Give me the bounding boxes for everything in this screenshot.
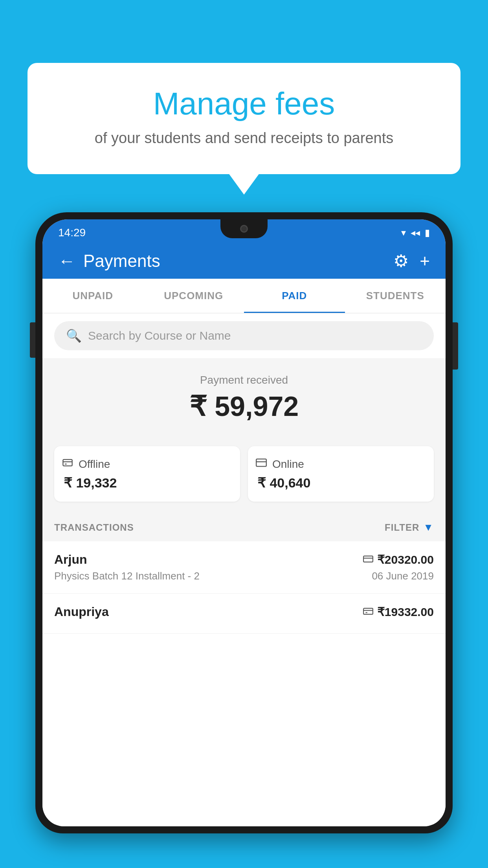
svg-rect-5: [363, 556, 373, 562]
gear-icon[interactable]: ⚙: [393, 251, 409, 271]
filter-icon: ▼: [423, 521, 434, 533]
offline-card-header: Offline: [62, 457, 110, 471]
notch-camera: [240, 225, 248, 233]
payment-label: Payment received: [54, 374, 434, 386]
speech-bubble: Manage fees of your students and send re…: [28, 63, 460, 174]
transactions-header: TRANSACTIONS FILTER ▼: [42, 513, 446, 541]
online-type: Online: [272, 458, 304, 471]
svg-rect-0: [63, 460, 72, 466]
svg-rect-3: [256, 459, 266, 467]
payment-cards: Offline ₹ 19,332 Online ₹ 4: [42, 446, 446, 513]
search-box[interactable]: 🔍 Search by Course or Name: [54, 321, 434, 350]
transactions-label: TRANSACTIONS: [54, 522, 134, 533]
status-icons: ▾ ◂◂ ▮: [401, 227, 430, 238]
wifi-icon: ▾: [401, 227, 406, 238]
notch: [220, 219, 268, 238]
battery-icon: ▮: [425, 227, 430, 238]
transaction-name-anupriya: Anupriya: [54, 605, 109, 619]
header-title: Payments: [83, 251, 160, 271]
offline-card: Offline ₹ 19,332: [54, 446, 240, 502]
search-container: 🔍 Search by Course or Name: [42, 313, 446, 358]
transaction-top-arjun: Arjun ₹20320.00: [54, 552, 434, 567]
filter-label: FILTER: [385, 522, 419, 533]
tabs-bar: UNPAID UPCOMING PAID STUDENTS: [42, 279, 446, 313]
back-button[interactable]: ←: [58, 252, 75, 270]
svg-rect-7: [363, 608, 373, 614]
filter-button[interactable]: FILTER ▼: [385, 521, 434, 533]
online-card: Online ₹ 40,640: [248, 446, 434, 502]
header-left: ← Payments: [58, 251, 160, 271]
transaction-amount-arjun: ₹20320.00: [377, 553, 434, 566]
offline-amount: ₹ 19,332: [62, 475, 117, 491]
bubble-subtitle: of your students and send receipts to pa…: [47, 130, 441, 147]
speech-bubble-container: Manage fees of your students and send re…: [28, 63, 460, 174]
online-icon: [256, 457, 267, 471]
table-row[interactable]: Arjun ₹20320.00 Physics: [42, 541, 446, 594]
payment-amount: ₹ 59,972: [54, 390, 434, 423]
app-header: ← Payments ⚙ +: [42, 243, 446, 279]
online-card-header: Online: [256, 457, 304, 471]
header-right: ⚙ +: [393, 251, 430, 271]
bubble-title: Manage fees: [47, 86, 441, 121]
status-time: 14:29: [58, 226, 86, 239]
payment-section: Payment received ₹ 59,972: [42, 358, 446, 446]
amount-wrapper-arjun: ₹20320.00: [363, 553, 434, 566]
tab-unpaid[interactable]: UNPAID: [42, 279, 143, 313]
tab-upcoming[interactable]: UPCOMING: [143, 279, 244, 313]
transaction-course-arjun: Physics Batch 12 Installment - 2: [54, 570, 200, 582]
transaction-name-arjun: Arjun: [54, 552, 87, 567]
transaction-date-arjun: 06 June 2019: [372, 570, 434, 582]
offline-icon: [62, 457, 73, 471]
transaction-top-anupriya: Anupriya ₹19332.00: [54, 605, 434, 619]
tab-students[interactable]: STUDENTS: [345, 279, 446, 313]
cash-payment-icon: [363, 607, 373, 618]
table-row[interactable]: Anupriya ₹19332.00: [42, 594, 446, 634]
tab-paid[interactable]: PAID: [244, 279, 345, 313]
amount-wrapper-anupriya: ₹19332.00: [363, 605, 434, 619]
phone-wrapper: 14:29 ▾ ◂◂ ▮ ← Payments ⚙ +: [35, 212, 453, 868]
transaction-bottom-arjun: Physics Batch 12 Installment - 2 06 June…: [54, 570, 434, 582]
phone-screen: 14:29 ▾ ◂◂ ▮ ← Payments ⚙ +: [42, 219, 446, 826]
online-amount: ₹ 40,640: [256, 475, 310, 491]
transaction-amount-anupriya: ₹19332.00: [377, 605, 434, 619]
search-placeholder: Search by Course or Name: [88, 329, 231, 342]
signal-icon: ◂◂: [411, 227, 420, 238]
phone-outer: 14:29 ▾ ◂◂ ▮ ← Payments ⚙ +: [35, 212, 453, 833]
offline-type: Offline: [79, 458, 110, 471]
card-payment-icon: [363, 554, 373, 565]
search-icon: 🔍: [66, 328, 82, 343]
plus-icon[interactable]: +: [420, 251, 430, 271]
transaction-list: Arjun ₹20320.00 Physics: [42, 541, 446, 826]
